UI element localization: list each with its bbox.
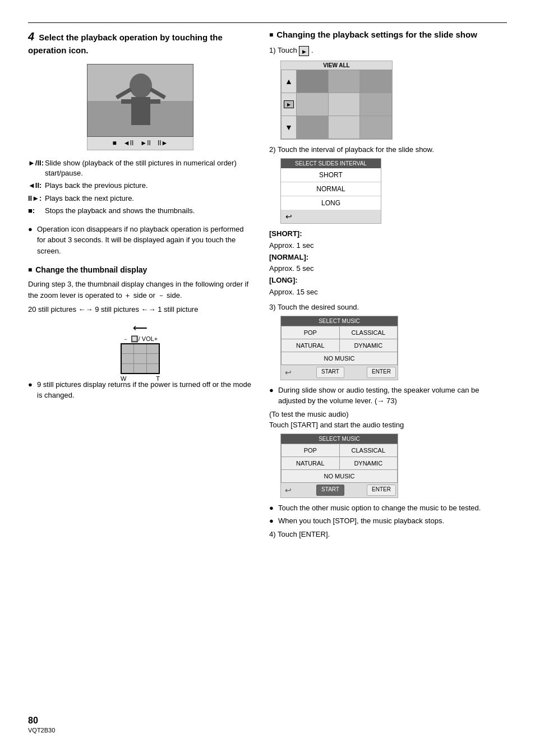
music-back-icon[interactable]: ↩ <box>283 367 294 378</box>
step2-text: 2) Touch the interval of playback for th… <box>269 145 434 154</box>
vol-label: － 🔲/ VOL+ <box>107 335 174 343</box>
svg-rect-6 <box>121 99 132 104</box>
arrow-line: ⟵ <box>107 322 174 334</box>
viewall-header: VIEW ALL <box>281 61 392 70</box>
step3: 3) Touch the desired sound. <box>269 303 507 311</box>
thumbnail-diagram: ⟵ － 🔲/ VOL+ <box>28 322 252 372</box>
interval-labels: [SHORT]: Approx. 1 sec [NORMAL]: Approx.… <box>269 228 507 298</box>
step4: 4) Touch [ENTER]. <box>269 530 507 538</box>
stop-desc: Stops the playback and shows the thumbna… <box>45 206 252 216</box>
step3-text: 3) Touch the desired sound. <box>269 303 359 311</box>
music-enter-btn[interactable]: ENTER <box>367 367 396 378</box>
playback-controls: ■ ◄II ►II II► <box>87 136 193 150</box>
thumb-cell <box>134 344 146 353</box>
select-music-header: SELECT MUSIC <box>281 316 398 326</box>
bullet-dot-2: ● <box>28 379 37 401</box>
music-enter-btn-2[interactable]: ENTER <box>367 485 396 496</box>
music-pop[interactable]: POP <box>282 326 339 339</box>
bullet-9-still-text: 9 still pictures display returns if the … <box>37 379 252 401</box>
thumb-cell <box>147 354 159 363</box>
music-start-active-btn[interactable]: START <box>316 485 344 496</box>
prev-symbol: ◄II: <box>28 181 45 191</box>
bullet-stop-text: When you touch [STOP], the music playbac… <box>278 515 444 527</box>
test-audio-instruction: Touch [START] and start the audio testin… <box>269 421 507 429</box>
long-label: [LONG]: <box>269 276 298 284</box>
left-column: 4 Select the playback operation by touch… <box>28 29 252 704</box>
arrow-icon: ⟵ <box>133 322 147 334</box>
prev-btn[interactable]: ◄II <box>123 139 134 147</box>
icon-item-next: II►: Plays back the next picture. <box>28 193 252 204</box>
w-label: W <box>121 375 126 382</box>
prev-desc: Plays back the previous picture. <box>45 181 252 191</box>
select-music-ui-2: SELECT MUSIC POP CLASSICAL NATURAL DYNAM… <box>280 434 398 498</box>
select-music-ui: SELECT MUSIC POP CLASSICAL NATURAL DYNAM… <box>280 316 398 380</box>
viewall-cell <box>360 70 391 93</box>
thumb-cell <box>134 354 146 363</box>
long-label-line: [LONG]: <box>269 275 507 287</box>
vol-minus: － <box>123 335 128 343</box>
short-value: Approx. 1 sec <box>269 241 314 250</box>
music-no-music[interactable]: NO MUSIC <box>282 352 397 365</box>
svg-rect-5 <box>131 97 150 125</box>
normal-value: Approx. 5 sec <box>269 264 314 273</box>
option-long[interactable]: LONG <box>281 196 381 210</box>
music-natural-2[interactable]: NATURAL <box>282 457 339 469</box>
music-classical[interactable]: CLASSICAL <box>340 326 398 339</box>
music-classical-2[interactable]: CLASSICAL <box>340 444 398 457</box>
step-header: 4 Select the playback operation by touch… <box>28 29 252 56</box>
icon-item-prev: ◄II: Plays back the previous picture. <box>28 181 252 191</box>
viewall-down-arrow[interactable]: ▼ <box>282 116 296 139</box>
music-no-music-2[interactable]: NO MUSIC <box>282 470 397 482</box>
bullet-touch-other: ● Touch the other music option to change… <box>269 503 507 514</box>
next-btn[interactable]: II► <box>158 139 168 147</box>
page: 4 Select the playback operation by touch… <box>0 0 535 756</box>
next-desc: Plays back the next picture. <box>45 193 252 204</box>
thumb-diagram-inner: ⟵ － 🔲/ VOL+ <box>107 322 174 372</box>
page-number: 80 <box>28 716 55 726</box>
viewall-cell <box>329 70 360 93</box>
page-number-block: 80 VQT2B30 <box>28 716 55 734</box>
playpause-btn[interactable]: ►II <box>140 139 151 147</box>
music-natural[interactable]: NATURAL <box>282 339 339 352</box>
step-title: Select the playback operation by touchin… <box>28 33 223 55</box>
viewall-up-arrow[interactable]: ▲ <box>282 70 296 93</box>
step1: 1) Touch ▶ . <box>269 46 507 56</box>
short-label: [SHORT]: <box>269 229 302 238</box>
viewall-cell <box>329 93 360 116</box>
music-dynamic-2[interactable]: DYNAMIC <box>340 457 398 469</box>
bullet-dot-1: ● <box>28 224 37 257</box>
music-pop-2[interactable]: POP <box>282 444 339 457</box>
music-footer: ↩ START ENTER <box>281 365 398 380</box>
bullet-volume-text: During slide show or audio testing, the … <box>278 385 507 407</box>
music-back-icon-2[interactable]: ↩ <box>283 485 294 496</box>
viewall-cell <box>297 116 328 139</box>
vol-icon: 🔲/ VOL+ <box>131 335 158 343</box>
right-section-heading: Changing the playback settings for the s… <box>269 29 507 40</box>
playback-image <box>87 64 193 137</box>
music-dynamic[interactable]: DYNAMIC <box>340 339 398 352</box>
select-interval-header: SELECT SLIDES INTERVAL <box>281 159 381 168</box>
bullet-dot-5: ● <box>269 515 278 527</box>
thumbnail-section-heading: Change the thumbnail display <box>28 265 252 274</box>
stop-btn[interactable]: ■ <box>113 139 117 147</box>
viewall-ui: VIEW ALL ▲ ▶ ▼ <box>280 61 393 140</box>
viewall-play-icon[interactable]: ▶ <box>284 100 294 108</box>
svg-point-4 <box>130 73 152 98</box>
viewall-grid: ▲ ▶ ▼ <box>281 70 392 139</box>
step1-text: 1) Touch <box>269 46 299 54</box>
thumb-cell <box>122 354 133 363</box>
step2: 2) Touch the interval of playback for th… <box>269 145 507 154</box>
option-short[interactable]: SHORT <box>281 168 381 182</box>
short-value-line: Approx. 1 sec <box>269 240 507 252</box>
step-number: 4 <box>28 30 34 43</box>
thumb-cell <box>122 364 133 373</box>
playpause-desc: Slide show (playback of the still pictur… <box>45 158 252 178</box>
music-start-btn[interactable]: START <box>316 367 344 378</box>
viewall-cell <box>297 93 328 116</box>
option-normal[interactable]: NORMAL <box>281 182 381 196</box>
bullet-volume: ● During slide show or audio testing, th… <box>269 385 507 407</box>
select-interval-back[interactable]: ↩ <box>281 210 381 223</box>
viewall-cell <box>297 70 328 93</box>
viewall-cell <box>329 116 360 139</box>
viewall-cell <box>360 116 391 139</box>
